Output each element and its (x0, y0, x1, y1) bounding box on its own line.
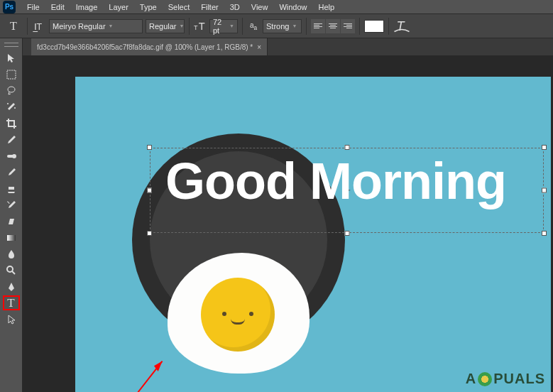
font-size-dropdown[interactable]: 72 pt (209, 19, 238, 33)
menu-3d[interactable]: 3D (224, 3, 246, 11)
menu-image[interactable]: Image (70, 3, 104, 11)
document-tab-title: fd3ccd7b49e366b4206f5ac7f8fa8dac.gif @ 1… (37, 43, 253, 51)
align-center-button[interactable] (326, 19, 340, 33)
menu-select[interactable]: Select (163, 3, 196, 11)
antialias-dropdown[interactable]: Strong (263, 19, 302, 33)
clone-stamp-tool[interactable] (3, 181, 20, 196)
blur-tool[interactable] (3, 246, 20, 261)
font-family-dropdown[interactable]: Meiryo Regular (49, 19, 143, 33)
menu-file[interactable]: File (21, 3, 45, 11)
lasso-tool[interactable] (3, 83, 20, 98)
svg-point-7 (14, 107, 16, 109)
close-tab-icon[interactable]: × (257, 43, 261, 51)
magic-wand-tool[interactable] (3, 99, 20, 114)
watermark-icon (478, 372, 492, 386)
menu-help[interactable]: Help (313, 3, 341, 11)
svg-text:I̲T: I̲T (33, 22, 43, 32)
canvas[interactable]: ✦ Good Morning A PUALS (75, 77, 551, 392)
align-right-button[interactable] (341, 19, 355, 33)
svg-point-11 (7, 266, 13, 272)
antialias-icon: aa (247, 21, 260, 31)
align-left-button[interactable] (311, 19, 325, 33)
warp-text-button[interactable]: T (393, 19, 410, 33)
font-style-dropdown[interactable]: Regular (146, 19, 185, 33)
resize-handle-tm[interactable] (344, 145, 349, 150)
tools-panel: T (0, 38, 23, 392)
resize-handle-ml[interactable] (147, 188, 152, 193)
type-tool[interactable]: T (3, 295, 20, 310)
document-tabbar: fd3ccd7b49e366b4206f5ac7f8fa8dac.gif @ 1… (23, 38, 553, 55)
text-color-swatch[interactable] (364, 20, 384, 33)
move-tool[interactable] (3, 50, 20, 65)
menu-view[interactable]: View (246, 3, 274, 11)
menu-type[interactable]: Type (134, 3, 163, 11)
text-layer-content[interactable]: Good Morning (165, 152, 506, 210)
svg-point-9 (12, 154, 16, 158)
resize-handle-mr[interactable] (542, 188, 547, 193)
crop-tool[interactable] (3, 116, 20, 131)
font-size-icon: TT (194, 19, 207, 33)
svg-rect-10 (7, 235, 16, 241)
canvas-container[interactable]: ✦ Good Morning A PUALS (23, 55, 553, 392)
menu-window[interactable]: Window (273, 3, 312, 11)
path-selection-tool[interactable] (3, 312, 20, 327)
text-align-group (311, 19, 355, 33)
workspace: fd3ccd7b49e366b4206f5ac7f8fa8dac.gif @ 1… (23, 38, 553, 392)
menu-filter[interactable]: Filter (195, 3, 224, 11)
resize-handle-bm[interactable] (344, 231, 349, 236)
panel-grabber[interactable] (4, 43, 18, 47)
resize-handle-br[interactable] (542, 231, 547, 236)
svg-text:T: T (199, 20, 205, 31)
artwork-face (201, 278, 275, 352)
watermark: A PUALS (466, 371, 545, 387)
options-bar: T I̲T Meiryo Regular Regular TT 72 pt aa… (0, 14, 553, 38)
pen-tool[interactable] (3, 279, 20, 294)
tool-preset-type-icon[interactable]: T (4, 17, 23, 36)
app-logo: Ps (3, 1, 16, 13)
svg-point-6 (7, 103, 9, 104)
marquee-tool[interactable] (3, 67, 20, 82)
resize-handle-tr[interactable] (542, 145, 547, 150)
svg-text:T: T (397, 19, 406, 33)
eraser-tool[interactable] (3, 214, 20, 229)
menu-edit[interactable]: Edit (45, 3, 70, 11)
text-layer-bounding-box[interactable]: ✦ Good Morning (150, 148, 544, 233)
svg-point-5 (8, 87, 15, 92)
svg-text:T: T (194, 23, 198, 31)
menubar: Ps File Edit Image Layer Type Select Fil… (0, 0, 553, 14)
text-orientation-toggle[interactable]: I̲T (32, 19, 46, 33)
spot-healing-tool[interactable] (3, 148, 20, 163)
brush-tool[interactable] (3, 165, 20, 180)
gradient-tool[interactable] (3, 230, 20, 245)
svg-rect-4 (7, 70, 16, 79)
eyedropper-tool[interactable] (3, 132, 20, 147)
dodge-tool[interactable] (3, 263, 20, 278)
menu-layer[interactable]: Layer (103, 3, 134, 11)
document-tab[interactable]: fd3ccd7b49e366b4206f5ac7f8fa8dac.gif @ 1… (31, 38, 268, 55)
resize-handle-tl[interactable] (147, 145, 152, 150)
resize-handle-bl[interactable] (147, 231, 152, 236)
history-brush-tool[interactable] (3, 197, 20, 212)
